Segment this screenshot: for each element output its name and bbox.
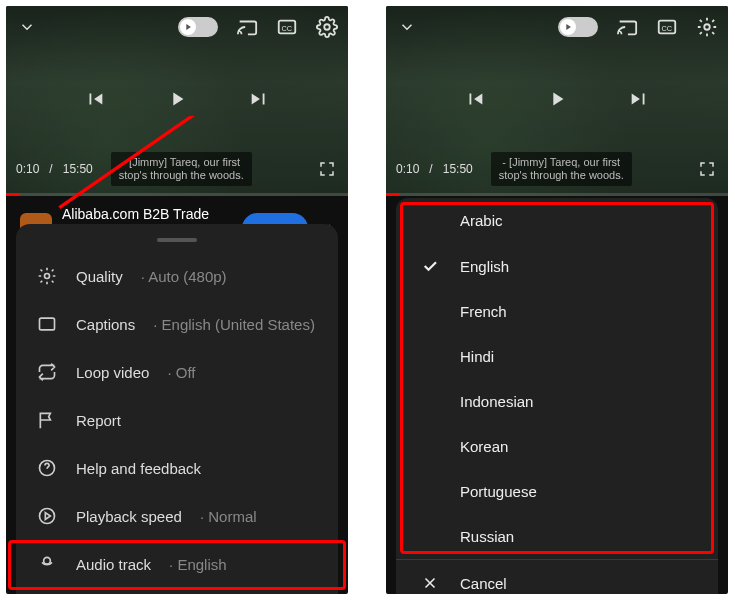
check-icon bbox=[420, 257, 440, 275]
play-icon[interactable] bbox=[166, 88, 188, 110]
settings-audio-track[interactable]: Audio track · English bbox=[16, 540, 338, 588]
settings-sheet: Quality · Auto (480p) Captions · English… bbox=[16, 224, 338, 594]
svg-text:CC: CC bbox=[662, 24, 673, 33]
chevron-down-icon[interactable] bbox=[396, 16, 418, 38]
cast-icon[interactable] bbox=[616, 16, 638, 38]
playback-controls bbox=[386, 88, 728, 110]
next-icon[interactable] bbox=[248, 88, 270, 110]
language-option[interactable]: Korean bbox=[396, 424, 718, 469]
gear-icon[interactable] bbox=[316, 16, 338, 38]
loop-icon bbox=[36, 362, 58, 382]
settings-speed[interactable]: Playback speed · Normal bbox=[16, 492, 338, 540]
language-option[interactable]: Hindi bbox=[396, 334, 718, 379]
sheet-handle[interactable] bbox=[157, 238, 197, 242]
language-option[interactable]: English bbox=[396, 243, 718, 289]
language-option[interactable]: Indonesian bbox=[396, 379, 718, 424]
svg-point-2 bbox=[324, 24, 330, 30]
play-icon bbox=[560, 19, 576, 35]
language-label: Hindi bbox=[460, 348, 494, 365]
cc-icon bbox=[36, 314, 58, 334]
next-icon[interactable] bbox=[628, 88, 650, 110]
svg-point-11 bbox=[704, 24, 710, 30]
gear-icon[interactable] bbox=[696, 16, 718, 38]
chevron-down-icon[interactable] bbox=[16, 16, 38, 38]
prev-icon[interactable] bbox=[84, 88, 106, 110]
play-icon bbox=[180, 19, 196, 35]
time-bar: 0:10 / 15:50 - [Jimmy] Tareq, our first … bbox=[16, 152, 338, 186]
svg-point-7 bbox=[44, 557, 51, 564]
prev-icon[interactable] bbox=[464, 88, 486, 110]
settings-captions[interactable]: Captions · English (United States) bbox=[16, 300, 338, 348]
svg-text:CC: CC bbox=[282, 24, 293, 33]
cc-icon[interactable]: CC bbox=[656, 16, 678, 38]
time-total: 15:50 bbox=[63, 162, 93, 176]
settings-help[interactable]: Help and feedback bbox=[16, 444, 338, 492]
play-icon[interactable] bbox=[546, 88, 568, 110]
language-label: Korean bbox=[460, 438, 508, 455]
settings-report[interactable]: Report bbox=[16, 396, 338, 444]
svg-point-6 bbox=[40, 509, 55, 524]
progress-bar[interactable] bbox=[6, 193, 348, 196]
help-icon bbox=[36, 458, 58, 478]
time-current: 0:10 bbox=[396, 162, 419, 176]
time-current: 0:10 bbox=[16, 162, 39, 176]
caption-overlay: - [Jimmy] Tareq, our first stop's throug… bbox=[491, 152, 632, 186]
phone-left: CC 0:10 / 15:50 - [Jimmy] Tareq, our fir… bbox=[6, 6, 348, 594]
progress-bar[interactable] bbox=[386, 193, 728, 196]
flag-icon bbox=[36, 410, 58, 430]
svg-rect-4 bbox=[40, 318, 55, 330]
language-label: English bbox=[460, 258, 509, 275]
cast-icon[interactable] bbox=[236, 16, 258, 38]
video-player[interactable]: CC 0:10 / 15:50 - [Jimmy] Tareq, our fir… bbox=[386, 6, 728, 196]
time-bar: 0:10 / 15:50 - [Jimmy] Tareq, our first … bbox=[396, 152, 718, 186]
time-total: 15:50 bbox=[443, 162, 473, 176]
language-option[interactable]: Portuguese bbox=[396, 469, 718, 514]
cc-icon[interactable]: CC bbox=[276, 16, 298, 38]
language-label: Russian bbox=[460, 528, 514, 545]
language-label: Indonesian bbox=[460, 393, 533, 410]
caption-overlay: - [Jimmy] Tareq, our first stop's throug… bbox=[111, 152, 252, 186]
autoplay-toggle[interactable] bbox=[178, 17, 218, 37]
settings-loop[interactable]: Loop video · Off bbox=[16, 348, 338, 396]
language-label: Portuguese bbox=[460, 483, 537, 500]
cancel-button[interactable]: Cancel bbox=[396, 559, 718, 594]
svg-point-3 bbox=[45, 274, 50, 279]
language-option[interactable]: Russian bbox=[396, 514, 718, 559]
player-topbar: CC bbox=[16, 16, 338, 38]
audio-icon bbox=[36, 554, 58, 574]
settings-quality[interactable]: Quality · Auto (480p) bbox=[16, 252, 338, 300]
playback-controls bbox=[6, 88, 348, 110]
cancel-label: Cancel bbox=[460, 575, 507, 592]
autoplay-toggle[interactable] bbox=[558, 17, 598, 37]
fullscreen-icon[interactable] bbox=[696, 158, 718, 180]
speed-icon bbox=[36, 506, 58, 526]
player-topbar: CC bbox=[396, 16, 718, 38]
language-panel: ArabicEnglishFrenchHindiIndonesianKorean… bbox=[396, 198, 718, 594]
phone-right: CC 0:10 / 15:50 - [Jimmy] Tareq, our fir… bbox=[386, 6, 728, 594]
fullscreen-icon[interactable] bbox=[316, 158, 338, 180]
language-label: French bbox=[460, 303, 507, 320]
language-option[interactable]: French bbox=[396, 289, 718, 334]
gear-icon bbox=[36, 266, 58, 286]
language-option[interactable]: Arabic bbox=[396, 198, 718, 243]
time-sep: / bbox=[49, 162, 52, 176]
language-label: Arabic bbox=[460, 212, 503, 229]
close-icon bbox=[420, 574, 440, 592]
video-player[interactable]: CC 0:10 / 15:50 - [Jimmy] Tareq, our fir… bbox=[6, 6, 348, 196]
